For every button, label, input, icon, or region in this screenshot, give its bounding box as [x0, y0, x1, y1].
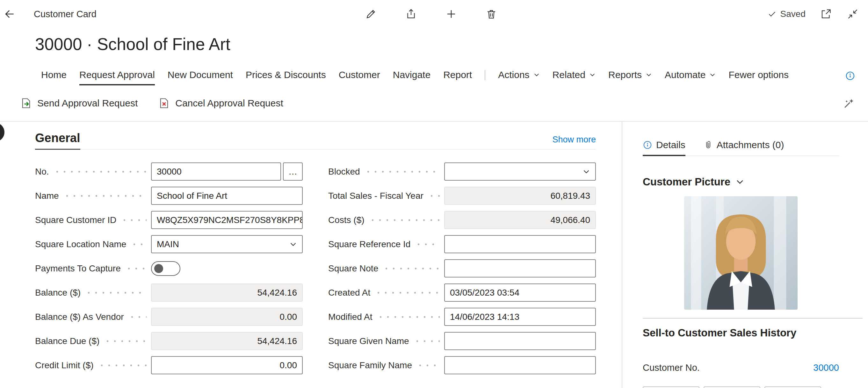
total-sales-value[interactable]: 60,819.43: [444, 187, 596, 205]
credit-limit-input[interactable]: 0.00: [151, 356, 303, 374]
design-sparkle-button[interactable]: [842, 97, 855, 109]
menu-divider: [485, 70, 485, 80]
created-at-input[interactable]: 03/05/2023 03:54: [444, 284, 596, 302]
chevron-down-icon: [289, 240, 297, 248]
square-given-name-input[interactable]: [444, 332, 596, 350]
plus-icon: [445, 8, 457, 20]
page-title: 30000 · School of Fine Art: [35, 34, 230, 54]
field-square-family-name: Square Family Name: [328, 356, 596, 374]
dotted-leader: [415, 244, 440, 245]
dotted-leader: [125, 267, 147, 269]
square-family-name-input[interactable]: [444, 356, 596, 374]
balance-as-vendor-value[interactable]: 0.00: [151, 308, 303, 326]
page-caption: Customer Card: [34, 9, 97, 20]
share-button[interactable]: [405, 8, 417, 21]
cue-tile[interactable]: [704, 386, 760, 388]
name-input[interactable]: School of Fine Art: [151, 187, 303, 205]
no-assist-button[interactable]: …: [283, 162, 303, 181]
teaching-tip-button[interactable]: [844, 69, 857, 82]
square-customer-id-input[interactable]: W8QZ5X979NC2MSF270S8Y8KPP8: [151, 211, 303, 229]
open-in-new-window-icon: [820, 8, 832, 20]
field-payments-to-capture: Payments To Capture: [35, 259, 303, 278]
menu-tab-request-approval[interactable]: Request Approval: [79, 69, 155, 85]
chevron-down-icon[interactable]: [736, 177, 744, 186]
new-button[interactable]: [445, 8, 458, 21]
customer-picture-heading: Customer Picture: [643, 176, 839, 188]
dotted-leader: [365, 171, 440, 173]
field-balance-as-vendor: Balance ($) As Vendor 0.00: [35, 308, 303, 326]
balance-due-value[interactable]: 54,424.16: [151, 332, 303, 350]
back-button[interactable]: [3, 8, 16, 21]
collapse-button[interactable]: [846, 8, 859, 21]
menu-automate[interactable]: Automate: [665, 69, 716, 84]
edit-button[interactable]: [365, 8, 377, 21]
menu-tab-new-document[interactable]: New Document: [167, 69, 233, 85]
field-credit-limit: Credit Limit ($) 0.00: [35, 356, 303, 374]
cancel-approval-request-button[interactable]: Cancel Approval Request: [158, 97, 283, 109]
menu-reports[interactable]: Reports: [608, 69, 652, 84]
customer-card-main: General Show more No. 30000 … Name Schoo…: [0, 122, 622, 388]
show-more-link[interactable]: Show more: [552, 135, 596, 149]
dotted-leader: [131, 244, 147, 245]
factbox-tab-attachments[interactable]: Attachments (0): [703, 139, 784, 156]
delete-button[interactable]: [485, 8, 498, 21]
payments-to-capture-toggle[interactable]: [151, 261, 180, 276]
field-square-reference-id: Square Reference Id: [328, 235, 596, 253]
field-modified-at: Modified At 14/06/2023 14:13: [328, 308, 596, 326]
menu-tab-prices-discounts[interactable]: Prices & Discounts: [246, 69, 326, 85]
field-square-note: Square Note: [328, 259, 596, 278]
ribbon-menu: Home Request Approval New Document Price…: [41, 69, 842, 85]
dotted-leader: [416, 364, 440, 366]
field-square-location-name: Square Location Name MAIN: [35, 235, 303, 253]
square-reference-id-input[interactable]: [444, 235, 596, 253]
customer-photo-image: [684, 196, 798, 310]
dotted-leader: [121, 219, 147, 221]
customer-no-link[interactable]: 30000: [813, 362, 839, 373]
chevron-down-icon: [709, 72, 716, 78]
dotted-leader: [383, 267, 440, 269]
no-input[interactable]: 30000: [151, 162, 281, 181]
balance-value[interactable]: 54,424.16: [151, 284, 303, 302]
dotted-leader: [104, 340, 147, 342]
paperclip-icon: [703, 140, 713, 150]
field-total-sales-fiscal-year: Total Sales - Fiscal Year 60,819.43: [328, 187, 596, 205]
general-fasttab-toggle[interactable]: General: [35, 131, 80, 150]
save-status-label: Saved: [780, 9, 806, 19]
general-section-header: General Show more: [35, 122, 596, 150]
menu-tab-home[interactable]: Home: [41, 69, 67, 85]
back-arrow-icon: [3, 8, 16, 20]
menu-tab-navigate[interactable]: Navigate: [393, 69, 431, 85]
field-costs: Costs ($) 49,066.40: [328, 211, 596, 229]
menu-tab-customer[interactable]: Customer: [339, 69, 380, 85]
cue-tile[interactable]: [765, 386, 821, 388]
send-approval-icon: [20, 97, 32, 109]
dotted-leader: [413, 340, 440, 342]
cancel-approval-icon: [158, 97, 170, 109]
square-note-input[interactable]: [444, 259, 596, 278]
fewer-options-button[interactable]: Fewer options: [728, 69, 788, 84]
menu-related[interactable]: Related: [553, 69, 595, 84]
chevron-down-icon: [589, 72, 595, 78]
general-fields: No. 30000 … Name School of Fine Art Squa…: [35, 162, 622, 380]
blocked-select[interactable]: [444, 162, 596, 181]
cue-tile[interactable]: [643, 386, 700, 388]
toggle-knob: [154, 264, 163, 273]
menu-actions[interactable]: Actions: [498, 69, 539, 84]
top-command-bar: Customer Card Saved: [0, 0, 868, 28]
dotted-leader: [377, 316, 440, 318]
save-status: Saved: [768, 9, 806, 19]
modified-at-input[interactable]: 14/06/2023 14:13: [444, 308, 596, 326]
factbox-divider: [643, 318, 863, 319]
open-in-new-window-button[interactable]: [819, 8, 832, 21]
dotted-leader: [128, 316, 147, 318]
chevron-down-icon: [583, 168, 590, 175]
menu-tab-report[interactable]: Report: [443, 69, 472, 85]
square-location-name-select[interactable]: MAIN: [151, 235, 303, 253]
dotted-leader: [98, 364, 147, 366]
field-name: Name School of Fine Art: [35, 187, 303, 205]
costs-value[interactable]: 49,066.40: [444, 211, 596, 229]
info-icon: [845, 71, 855, 81]
factbox-tab-details[interactable]: Details: [643, 139, 685, 156]
send-approval-request-button[interactable]: Send Approval Request: [20, 97, 138, 109]
field-square-given-name: Square Given Name: [328, 332, 596, 350]
